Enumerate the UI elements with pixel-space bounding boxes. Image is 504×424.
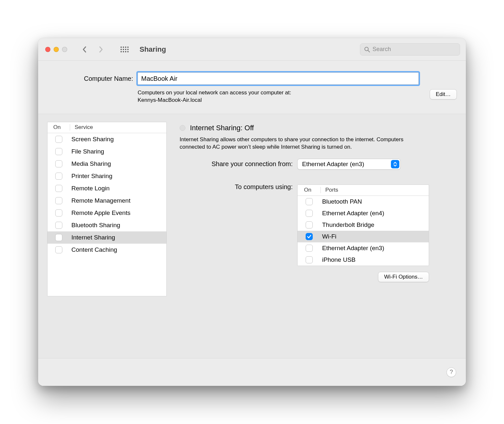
svg-point-10 bbox=[125, 51, 126, 52]
search-input[interactable] bbox=[373, 46, 456, 53]
column-on[interactable]: On bbox=[47, 124, 70, 131]
chevron-left-icon bbox=[82, 46, 87, 53]
back-button[interactable] bbox=[78, 43, 92, 56]
service-checkbox[interactable] bbox=[55, 185, 62, 192]
show-all-prefs-button[interactable] bbox=[118, 43, 132, 56]
service-label: Content Caching bbox=[70, 246, 117, 253]
port-checkbox[interactable] bbox=[306, 233, 313, 240]
port-label: Ethernet Adapter (en3) bbox=[321, 245, 384, 252]
port-row[interactable]: Thunderbolt Bridge bbox=[298, 219, 429, 231]
status-title: Internet Sharing: Off bbox=[190, 124, 254, 132]
port-label: Bluetooth PAN bbox=[321, 198, 362, 205]
service-checkbox[interactable] bbox=[55, 136, 62, 143]
service-label: File Sharing bbox=[70, 148, 104, 155]
service-label: Bluetooth Sharing bbox=[70, 222, 120, 229]
svg-line-13 bbox=[368, 50, 370, 52]
ports-table-header: On Ports bbox=[298, 185, 429, 196]
share-from-popup[interactable]: Ethernet Adapter (en3) bbox=[297, 159, 401, 170]
service-row[interactable]: Remote Login bbox=[47, 182, 166, 195]
sharing-window: Sharing Computer Name: Computers on your… bbox=[38, 38, 466, 386]
service-checkbox[interactable] bbox=[55, 160, 62, 167]
service-row[interactable]: Media Sharing bbox=[47, 158, 166, 170]
to-computers-label: To computers using: bbox=[180, 183, 293, 191]
svg-point-0 bbox=[121, 47, 122, 48]
minimize-window-button[interactable] bbox=[54, 47, 59, 52]
port-checkbox[interactable] bbox=[306, 256, 313, 263]
share-from-label: Share your connection from: bbox=[180, 160, 293, 168]
service-label: Remote Management bbox=[70, 197, 131, 204]
service-row[interactable]: Remote Management bbox=[47, 195, 166, 207]
titlebar: Sharing bbox=[38, 38, 466, 61]
service-row[interactable]: Internet Sharing bbox=[47, 231, 166, 244]
svg-point-7 bbox=[127, 49, 129, 50]
service-checkbox[interactable] bbox=[55, 197, 62, 204]
port-label: iPhone USB bbox=[321, 256, 356, 263]
forward-button[interactable] bbox=[94, 43, 108, 56]
svg-point-5 bbox=[123, 49, 124, 50]
svg-point-2 bbox=[125, 47, 126, 48]
computer-name-label: Computer Name: bbox=[67, 75, 133, 82]
services-table-header: On Service bbox=[47, 122, 166, 133]
column-ports[interactable]: Ports bbox=[321, 187, 338, 193]
window-controls bbox=[45, 47, 67, 52]
port-label: Thunderbolt Bridge bbox=[321, 221, 374, 228]
service-label: Screen Sharing bbox=[70, 136, 114, 143]
services-table: On Service Screen SharingFile SharingMed… bbox=[47, 122, 167, 296]
computer-name-hint: Computers on your local network can acce… bbox=[138, 89, 407, 104]
wifi-options-button[interactable]: Wi-Fi Options… bbox=[378, 272, 429, 282]
column-on[interactable]: On bbox=[298, 187, 321, 193]
service-detail: Internet Sharing: Off Internet Sharing a… bbox=[180, 122, 457, 282]
column-service[interactable]: Service bbox=[70, 124, 93, 131]
port-row[interactable]: Bluetooth PAN bbox=[298, 196, 429, 207]
service-label: Media Sharing bbox=[70, 160, 111, 167]
main-content: On Service Screen SharingFile SharingMed… bbox=[38, 114, 466, 358]
edit-hostname-button[interactable]: Edit… bbox=[430, 89, 457, 100]
service-label: Remote Login bbox=[70, 185, 110, 192]
service-label: Remote Apple Events bbox=[70, 209, 131, 217]
status-indicator-icon bbox=[180, 125, 185, 131]
svg-point-9 bbox=[123, 51, 124, 52]
zoom-window-button[interactable] bbox=[62, 47, 67, 52]
svg-point-4 bbox=[121, 49, 122, 50]
popup-stepper-icon bbox=[391, 160, 399, 168]
port-row[interactable]: Ethernet Adapter (en3) bbox=[298, 242, 429, 254]
port-row[interactable]: iPhone USB bbox=[298, 254, 429, 266]
svg-point-8 bbox=[121, 51, 122, 52]
svg-point-3 bbox=[127, 47, 129, 48]
service-checkbox[interactable] bbox=[55, 246, 62, 253]
svg-point-11 bbox=[127, 51, 129, 52]
computer-name-section: Computer Name: Computers on your local n… bbox=[38, 61, 466, 114]
port-checkbox[interactable] bbox=[306, 210, 313, 217]
port-row[interactable]: Wi-Fi bbox=[298, 231, 429, 242]
port-checkbox[interactable] bbox=[306, 221, 313, 228]
service-checkbox[interactable] bbox=[55, 222, 62, 229]
service-label: Internet Sharing bbox=[70, 234, 115, 241]
page-title: Sharing bbox=[140, 45, 166, 54]
service-description: Internet Sharing allows other computers … bbox=[180, 136, 415, 151]
port-checkbox[interactable] bbox=[306, 245, 313, 252]
help-button[interactable]: ? bbox=[446, 367, 456, 377]
service-checkbox[interactable] bbox=[55, 148, 62, 155]
service-checkbox[interactable] bbox=[55, 209, 62, 217]
port-label: Ethernet Adapter (en4) bbox=[321, 210, 384, 217]
computer-name-input[interactable] bbox=[138, 72, 419, 85]
service-checkbox[interactable] bbox=[55, 234, 62, 241]
port-checkbox[interactable] bbox=[306, 198, 313, 205]
service-row[interactable]: Screen Sharing bbox=[47, 133, 166, 145]
service-checkbox[interactable] bbox=[55, 173, 62, 180]
ports-table: On Ports Bluetooth PANEthernet Adapter (… bbox=[297, 185, 429, 266]
service-row[interactable]: File Sharing bbox=[47, 145, 166, 158]
service-row[interactable]: Remote Apple Events bbox=[47, 207, 166, 219]
chevron-right-icon bbox=[98, 46, 103, 53]
footer: ? bbox=[38, 358, 466, 386]
port-label: Wi-Fi bbox=[321, 233, 336, 240]
search-field[interactable] bbox=[360, 43, 460, 56]
search-icon bbox=[364, 47, 370, 52]
service-row[interactable]: Content Caching bbox=[47, 244, 166, 256]
close-window-button[interactable] bbox=[45, 47, 50, 52]
port-row[interactable]: Ethernet Adapter (en4) bbox=[298, 207, 429, 219]
service-row[interactable]: Printer Sharing bbox=[47, 170, 166, 182]
service-row[interactable]: Bluetooth Sharing bbox=[47, 219, 166, 231]
svg-point-6 bbox=[125, 49, 126, 50]
nav-buttons bbox=[78, 43, 108, 56]
